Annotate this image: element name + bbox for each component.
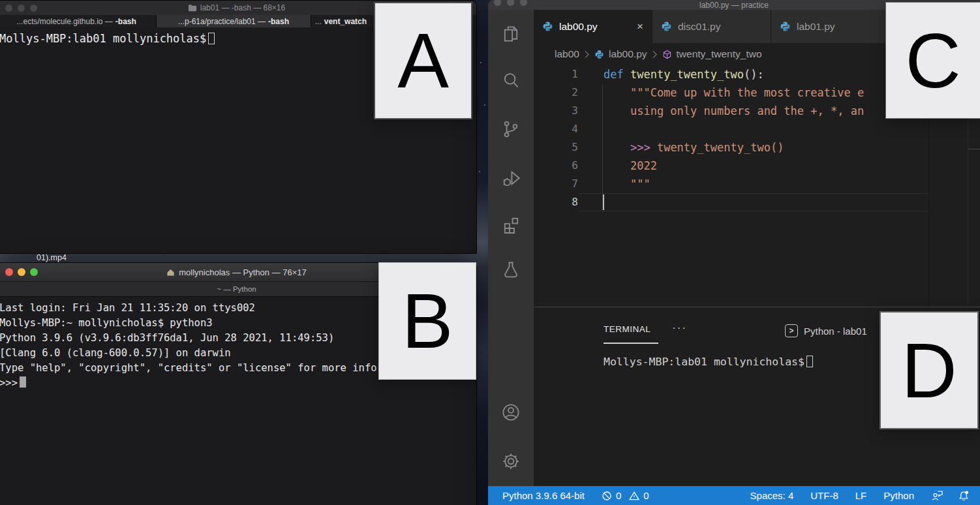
terminal-tab[interactable]: ...ects/molecule.github.io — -bash [0, 15, 157, 27]
terminal-cursor [20, 376, 26, 388]
activity-bar [488, 10, 534, 486]
eol-status[interactable]: LF [855, 490, 867, 501]
line-number: 7 [534, 175, 578, 193]
zoom-button[interactable] [30, 268, 38, 276]
code-line[interactable]: 4 [534, 120, 980, 138]
code-text: """ [578, 175, 651, 193]
label-box-c: C [885, 2, 980, 119]
minimize-button[interactable] [18, 268, 25, 276]
code-text: """Come up with the most creative e [578, 84, 864, 102]
terminal-tab-active[interactable]: ...p-61a/practice/lab01 — -bash [157, 15, 311, 27]
traffic-lights[interactable] [494, 0, 527, 6]
close-button[interactable] [5, 5, 12, 12]
line-number: 5 [534, 138, 578, 157]
indentation-status[interactable]: Spaces: 4 [750, 490, 794, 501]
error-icon [602, 491, 612, 501]
minimize-button[interactable] [18, 5, 25, 12]
wallpaper-star [480, 62, 482, 63]
minimize-button[interactable] [507, 0, 514, 6]
label-box-b: B [378, 262, 476, 380]
extensions-icon[interactable] [500, 214, 522, 236]
close-button[interactable] [494, 0, 501, 6]
desktop-file-label[interactable]: 01).mp4 [37, 253, 67, 262]
settings-gear-icon[interactable] [500, 450, 522, 472]
tab-shell: -bash [268, 17, 289, 26]
wallpaper-star [479, 171, 480, 172]
text-caret [603, 194, 604, 210]
code-text: 2022 [578, 157, 657, 175]
window-title: mollynicholas — Python — 76×17 [179, 268, 306, 277]
testing-icon[interactable] [500, 258, 522, 281]
more-actions-icon[interactable]: ··· [672, 322, 687, 335]
encoding-status[interactable]: UTF-8 [810, 490, 838, 501]
breadcrumb-file[interactable]: lab00.py [609, 48, 647, 60]
python-file-icon [594, 50, 604, 59]
code-line[interactable]: 5 >>> twenty_twenty_two() [534, 138, 980, 157]
notifications-bell-icon[interactable] [958, 490, 970, 502]
close-button[interactable] [5, 268, 13, 276]
line-number: 4 [534, 120, 578, 138]
code-line[interactable]: 8 [534, 193, 980, 211]
warning-icon [629, 491, 639, 501]
tab-label: lab01.py [797, 21, 835, 33]
line-number: 1 [534, 65, 578, 84]
terminal-session-label[interactable]: Python - lab01 [804, 326, 867, 337]
terminal-cursor [806, 356, 813, 367]
code-text: using only numbers and the +, *, an [578, 102, 864, 120]
code-text [578, 193, 604, 211]
terminal-panel-tab[interactable]: TERMINAL [604, 324, 651, 334]
traffic-lights[interactable] [5, 5, 37, 12]
zoom-button[interactable] [30, 5, 37, 12]
breadcrumb-folder[interactable]: lab00 [555, 48, 579, 60]
python-file-icon [780, 21, 791, 32]
error-count: 0 [616, 490, 621, 501]
tab-lab01[interactable]: lab01.py [771, 10, 890, 43]
window-title: lab00.py — practice [699, 1, 769, 10]
line-number: 8 [534, 193, 578, 211]
label-letter: C [905, 22, 960, 99]
code-line[interactable]: 7 """ [534, 175, 980, 193]
home-proxy-icon [166, 268, 175, 277]
run-and-debug-icon[interactable] [500, 167, 522, 189]
search-icon[interactable] [500, 69, 522, 91]
tab-path: ...p-61a/practice/lab01 — [178, 17, 266, 26]
scrollbar-tick [968, 149, 980, 149]
source-control-icon[interactable] [500, 118, 522, 140]
python-file-icon [661, 21, 672, 32]
traffic-lights[interactable] [5, 268, 38, 276]
explorer-icon[interactable] [500, 23, 522, 45]
label-letter: D [901, 332, 957, 409]
breadcrumb-symbol[interactable]: twenty_twenty_two [677, 48, 762, 60]
zoom-button[interactable] [520, 0, 527, 6]
code-text [578, 120, 604, 138]
tab-lab00[interactable]: lab00.py × [534, 10, 652, 43]
status-bar: Python 3.9.6 64-bit 0 0 Spaces: 4 UTF-8 … [488, 486, 980, 505]
feedback-icon[interactable] [931, 490, 943, 501]
code-line[interactable]: 6 2022 [534, 157, 980, 175]
window-title: lab01 — -bash — 68×16 [200, 3, 285, 12]
terminal-cursor [208, 33, 215, 44]
wallpaper-star [484, 104, 485, 106]
python-prompt: >>> [0, 377, 18, 389]
chevron-right-icon [652, 50, 658, 59]
language-mode-status[interactable]: Python [883, 490, 914, 501]
problems-status[interactable]: 0 0 [602, 490, 649, 501]
terminal-session-icon: > [785, 324, 798, 337]
tab-label: lab00.py [559, 21, 598, 33]
tab-shell: -bash [115, 17, 136, 26]
integrated-terminal-content[interactable]: Mollys-MBP:lab01 mollynicholas$ [604, 354, 813, 370]
active-tab-underline [604, 343, 658, 344]
label-letter: B [402, 283, 453, 360]
tab-shell: vent_watch [324, 17, 367, 26]
warning-count: 0 [643, 490, 649, 501]
close-icon[interactable]: × [637, 20, 643, 33]
label-box-a: A [374, 2, 472, 119]
tab-path: ... [315, 17, 322, 26]
desktop: 01).mp4 lab01 — -bash — 68×16 ...ects/mo… [0, 0, 980, 505]
tab-disc01[interactable]: disc01.py [652, 10, 771, 43]
code-text: def twenty_twenty_two(): [578, 65, 764, 84]
symbol-method-icon [662, 50, 672, 59]
accounts-icon[interactable] [500, 401, 522, 423]
python-interpreter-status[interactable]: Python 3.9.6 64-bit [502, 490, 585, 501]
line-number: 6 [534, 157, 578, 175]
